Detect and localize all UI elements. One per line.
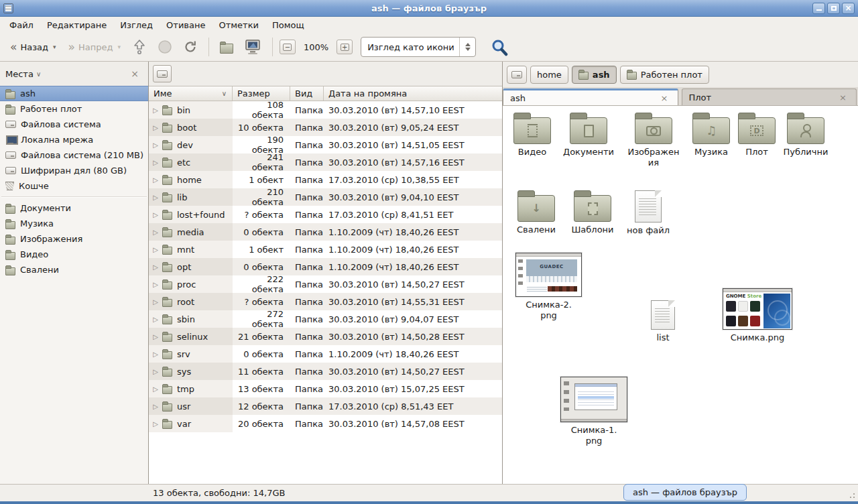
expander-icon[interactable]: ▷ — [149, 107, 162, 114]
root-location-button[interactable] — [153, 65, 172, 82]
sidebar-item-music[interactable]: Музика — [0, 216, 148, 231]
sidebar-title-select[interactable]: Места ∨ — [5, 69, 41, 79]
table-row[interactable]: ▷ usr 12 обекта Папка 17.03.2010 (ср) 8,… — [149, 397, 502, 415]
titlebar[interactable]: ash — файлов браузър × — [0, 0, 858, 17]
tab-close-icon[interactable]: × — [658, 93, 671, 103]
expander-icon[interactable]: ▷ — [149, 385, 162, 393]
table-row[interactable]: ▷ bin 108 обекта Папка 30.03.2010 (вт) 1… — [149, 101, 502, 119]
view-mode-spinner[interactable] — [459, 38, 475, 56]
up-button[interactable] — [128, 36, 151, 58]
expander-icon[interactable]: ▷ — [149, 281, 162, 288]
table-row[interactable]: ▷ dev 190 обекта Папка 30.03.2010 (вт) 1… — [149, 136, 502, 153]
folder-item-music[interactable]: ♫ Музика — [688, 111, 735, 158]
table-row[interactable]: ▷ lib 210 обекта Папка 30.03.2010 (вт) 9… — [149, 188, 502, 206]
expander-icon[interactable]: ▷ — [149, 176, 162, 184]
column-header-size[interactable]: Размер — [233, 86, 290, 101]
menu-edit[interactable]: Редактиране — [40, 18, 113, 32]
menu-go[interactable]: Отиване — [160, 18, 212, 32]
maximize-button[interactable] — [827, 3, 840, 14]
breadcrumb-ash-button[interactable]: ash — [572, 66, 617, 84]
breadcrumb-desktop-button[interactable]: Работен плот — [620, 66, 709, 84]
menu-view[interactable]: Изглед — [113, 18, 160, 32]
table-row[interactable]: ▷ sbin 272 обекта Папка 30.03.2010 (вт) … — [149, 310, 502, 328]
computer-button[interactable] — [240, 36, 265, 58]
folder-item-desktop[interactable]: D Плот — [736, 111, 778, 158]
forward-button[interactable]: » Напред ▾ — [64, 39, 125, 56]
back-dropdown-icon[interactable]: ▾ — [53, 44, 56, 50]
table-row[interactable]: ▷ lost+found ? обекта Папка 17.03.2010 (… — [149, 206, 502, 223]
file-item-snimka[interactable]: GNOME Store Снимка.png — [721, 288, 794, 343]
expander-icon[interactable]: ▷ — [149, 159, 162, 166]
table-row[interactable]: ▷ selinux 21 обекта Папка 30.03.2010 (вт… — [149, 328, 502, 345]
table-row[interactable]: ▷ media 0 обекта Папка 1.10.2009 (чт) 18… — [149, 223, 502, 241]
tab-desktop[interactable]: Плот × — [682, 88, 857, 105]
home-button[interactable] — [216, 38, 237, 56]
table-row[interactable]: ▷ opt 0 обекта Папка 1.10.2009 (чт) 18,4… — [149, 258, 502, 275]
forward-dropdown-icon[interactable]: ▾ — [117, 44, 121, 50]
sidebar-item-filesystem-210mb[interactable]: Файлова система (210 MB) — [0, 147, 148, 163]
sidebar-item-downloads[interactable]: Свалени — [0, 262, 148, 277]
column-header-type[interactable]: Вид — [290, 86, 324, 101]
sidebar-item-encrypted-80gb[interactable]: Шифриран дял (80 GB) — [0, 163, 148, 178]
table-row[interactable]: ▷ home 1 обект Папка 17.03.2010 (ср) 10,… — [149, 171, 502, 188]
sidebar-item-filesystem[interactable]: Файлова система — [0, 117, 148, 132]
expander-icon[interactable]: ▷ — [149, 194, 162, 201]
expander-icon[interactable]: ▷ — [149, 420, 162, 428]
expander-icon[interactable]: ▷ — [149, 124, 162, 131]
sidebar-item-home[interactable]: ash — [0, 86, 148, 101]
table-row[interactable]: ▷ tmp 13 обекта Папка 30.03.2010 (вт) 15… — [149, 380, 502, 397]
table-row[interactable]: ▷ etc 241 обекта Папка 30.03.2010 (вт) 1… — [149, 153, 502, 171]
table-row[interactable]: ▷ srv 0 обекта Папка 1.10.2009 (чт) 18,4… — [149, 345, 502, 363]
table-row[interactable]: ▷ sys 11 обекта Папка 30.03.2010 (вт) 14… — [149, 363, 502, 380]
sidebar-item-video[interactable]: Видео — [0, 247, 148, 262]
expander-icon[interactable]: ▷ — [149, 298, 162, 306]
expander-icon[interactable]: ▷ — [149, 229, 162, 236]
expander-icon[interactable]: ▷ — [149, 141, 162, 149]
sidebar-item-trash[interactable]: Кошче — [0, 178, 148, 194]
menu-help[interactable]: Помощ — [265, 18, 311, 32]
folder-item-templates[interactable]: Шаблони — [566, 189, 619, 235]
expander-icon[interactable]: ▷ — [149, 246, 162, 253]
column-header-date[interactable]: Дата на промяна — [324, 86, 502, 101]
column-header-name[interactable]: Име ∨ — [149, 86, 233, 101]
file-item-snimka1[interactable]: Снимка-1. png — [559, 377, 629, 446]
sidebar-close-button[interactable]: × — [127, 67, 143, 80]
table-row[interactable]: ▷ boot 10 обекта Папка 30.03.2010 (вт) 9… — [149, 119, 502, 136]
folder-item-pictures[interactable]: Изображен ия — [623, 111, 684, 168]
folder-item-video[interactable]: Видео — [508, 111, 556, 158]
expander-icon[interactable]: ▷ — [149, 263, 162, 271]
back-button[interactable]: « Назад ▾ — [5, 39, 61, 56]
expander-icon[interactable]: ▷ — [149, 211, 162, 218]
expander-icon[interactable]: ▷ — [149, 368, 162, 375]
resize-grip[interactable] — [847, 491, 855, 499]
tab-ash[interactable]: ash × — [503, 88, 678, 105]
zoom-out-button[interactable]: − — [280, 40, 296, 54]
search-button[interactable] — [487, 36, 513, 59]
expander-icon[interactable]: ▷ — [149, 351, 162, 358]
breadcrumb-root-button[interactable] — [507, 66, 527, 84]
menu-bookmarks[interactable]: Отметки — [212, 18, 265, 32]
reload-button[interactable] — [179, 37, 202, 57]
sidebar-item-network[interactable]: Локална мрежа — [0, 132, 148, 147]
sidebar-item-documents[interactable]: Документи — [0, 200, 148, 216]
folder-item-public[interactable]: Публични — [778, 111, 834, 158]
folder-item-downloads[interactable]: ↓ Свалени — [512, 189, 560, 235]
expander-icon[interactable]: ▷ — [149, 316, 162, 323]
breadcrumb-home-button[interactable]: home — [530, 66, 568, 84]
sidebar-item-pictures[interactable]: Изображения — [0, 231, 148, 247]
file-item-new-file[interactable]: нов файл — [622, 188, 674, 236]
file-item-list[interactable]: list — [638, 298, 688, 343]
sidebar-item-desktop[interactable]: Работен плот — [0, 101, 148, 117]
expander-icon[interactable]: ▷ — [149, 333, 162, 340]
tab-close-icon[interactable]: × — [837, 92, 849, 103]
table-row[interactable]: ▷ var 20 обекта Папка 30.03.2010 (вт) 14… — [149, 415, 502, 432]
menu-file[interactable]: Файл — [3, 18, 40, 32]
stop-button[interactable] — [154, 37, 176, 57]
table-row[interactable]: ▷ mnt 1 обект Папка 1.10.2009 (чт) 18,40… — [149, 241, 502, 258]
icon-grid[interactable]: Видео Документи Изображен ия ♫ Музика D … — [503, 106, 858, 484]
close-button[interactable]: × — [842, 3, 855, 14]
table-row[interactable]: ▷ root ? обекта Папка 30.03.2010 (вт) 14… — [149, 293, 502, 310]
minimize-button[interactable] — [812, 3, 825, 14]
view-mode-select[interactable]: Изглед като икони — [361, 37, 476, 57]
table-row[interactable]: ▷ proc 222 обекта Папка 30.03.2010 (вт) … — [149, 275, 502, 293]
